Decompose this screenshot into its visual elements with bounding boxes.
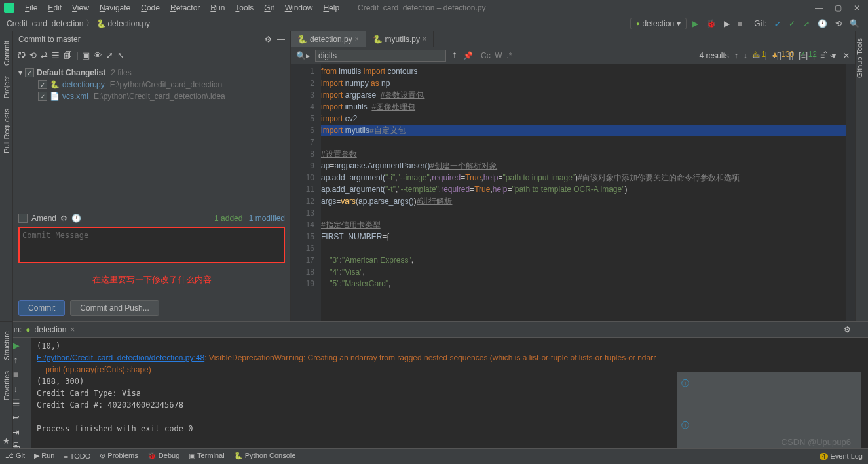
run-config-select[interactable]: detection ▾	[630, 18, 687, 29]
tool-todo[interactable]: ≡ TODO	[64, 452, 90, 460]
minimize-icon[interactable]: —	[815, 3, 823, 12]
git-push-icon[interactable]: ↗	[801, 19, 812, 28]
refresh-icon[interactable]: 🗘	[17, 50, 26, 60]
star-icon[interactable]: ★	[3, 436, 10, 446]
menu-code[interactable]: Code	[136, 3, 165, 12]
menu-help[interactable]: Help	[318, 3, 345, 12]
gear-icon[interactable]: ⚙	[265, 35, 272, 44]
rollback-icon[interactable]: ⟲	[29, 50, 37, 60]
close-find-icon[interactable]: ✕	[843, 51, 850, 60]
code-editor[interactable]: 12345678910111213141516171819 from imuti…	[291, 64, 855, 321]
prev-occurrence-icon[interactable]: ↥	[451, 51, 458, 60]
down-icon[interactable]: ↓	[14, 383, 18, 394]
collapse-icon[interactable]: ⤡	[117, 50, 124, 60]
tool-python-console[interactable]: 🐍 Python Console	[234, 452, 296, 460]
rail-favorites[interactable]: Favorites	[3, 371, 10, 400]
changed-file-row[interactable]: ✓🐍detection.pyE:\python\Credit_card_dete…	[18, 79, 285, 90]
find-input[interactable]	[315, 50, 446, 62]
rail-github-tools[interactable]: Github Tools	[856, 38, 863, 78]
tool-problems[interactable]: ⊘ Problems	[100, 452, 138, 460]
file-checkbox[interactable]: ✓	[38, 92, 47, 101]
up-icon[interactable]: ↑	[14, 355, 18, 365]
menu-window[interactable]: Window	[280, 3, 318, 12]
info-icon: ⓘ	[681, 419, 689, 431]
menu-file[interactable]: File	[20, 3, 43, 12]
rail-commit[interactable]: Commit	[3, 41, 10, 66]
maximize-icon[interactable]: ▢	[835, 3, 842, 12]
pin-icon[interactable]: 📌	[463, 51, 473, 60]
tool-run[interactable]: ▶ Run	[34, 452, 54, 460]
window-title: Credit_card_detection – detection.py	[358, 3, 485, 12]
settings-icon[interactable]: ⚙	[60, 214, 67, 223]
run-button[interactable]: ▶	[690, 19, 700, 28]
breadcrumb-file[interactable]: detection.py	[107, 19, 150, 28]
tool-git[interactable]: ⎇ Git	[5, 452, 25, 460]
history-icon[interactable]: 🕐	[71, 214, 81, 223]
group-icon[interactable]: ▣	[82, 50, 90, 60]
git-commit-icon[interactable]: ✓	[787, 19, 797, 28]
git-update-icon[interactable]: ↙	[772, 19, 783, 28]
stop-button[interactable]: ■	[736, 19, 744, 28]
close-tab-icon[interactable]: ×	[355, 35, 359, 43]
stop-run-icon[interactable]: ■	[13, 369, 18, 379]
shelve-icon[interactable]: 🗐	[64, 50, 72, 60]
inspection-widget[interactable]: ⚠ 1 ▲ 130 ✓ 12 ⌃⌄	[752, 50, 835, 59]
close-tab-icon[interactable]: ×	[423, 35, 426, 43]
notification-github[interactable]: ⓘ Successfully shared project on GitHub …	[677, 414, 861, 448]
tab-myutils-py[interactable]: 🐍myutils.py×	[366, 31, 434, 47]
rerun-icon[interactable]: ▶	[12, 340, 20, 351]
menu-navigate[interactable]: Navigate	[94, 3, 136, 12]
hide-run-icon[interactable]: —	[855, 325, 863, 334]
changed-file-row[interactable]: ✓📄vcs.xmlE:\python\Credit_card_detection…	[18, 90, 285, 102]
file-checkbox[interactable]: ✓	[38, 80, 47, 89]
menu-tools[interactable]: Tools	[230, 3, 259, 12]
menu-refactor[interactable]: Refactor	[165, 3, 205, 12]
menu-view[interactable]: View	[67, 3, 94, 12]
annotation-note: 在这里要写一下修改了什么内容	[13, 265, 290, 295]
debug-button[interactable]: 🐞	[704, 19, 718, 28]
expand-icon[interactable]: ⤢	[106, 50, 113, 60]
changelist-icon[interactable]: ☰	[52, 50, 60, 60]
run-gear-icon[interactable]: ⚙	[844, 325, 851, 334]
file-name: detection.py	[62, 80, 105, 89]
rail-pull-requests[interactable]: Pull Requests	[3, 109, 10, 153]
git-rollback-icon[interactable]: ⟲	[833, 19, 844, 28]
commit-message-input[interactable]: Commit Message	[18, 227, 285, 263]
tool-debug[interactable]: 🐞 Debug	[147, 452, 179, 460]
menu-git[interactable]: Git	[259, 3, 279, 12]
git-history-icon[interactable]: 🕐	[816, 19, 829, 28]
find-prev-icon[interactable]: ↑	[734, 51, 738, 60]
minimap[interactable]	[846, 64, 855, 321]
run-tool-window: Run: ● detection × ⚙ — ▶ ↑ ■ ↓ ☰ ↩ ⇥ 🖶 🗑…	[0, 321, 868, 448]
find-options[interactable]: Cc W .*	[481, 51, 512, 60]
changelist-checkbox[interactable]: ✓	[25, 68, 34, 77]
close-run-tab-icon[interactable]: ×	[70, 325, 75, 334]
event-log[interactable]: 4 Event Log	[820, 452, 863, 460]
python-file-icon: 🐍	[297, 35, 307, 44]
breadcrumb-project[interactable]: Credit_card_detection	[7, 19, 83, 28]
find-icon: 🔍▸	[296, 51, 310, 60]
hide-panel-icon[interactable]: —	[277, 35, 285, 44]
git-label: Git:	[752, 19, 768, 28]
coverage-button[interactable]: ▶	[722, 19, 732, 28]
python-file-icon: 🐍	[96, 19, 106, 28]
commit-and-push-button[interactable]: Commit and Push...	[70, 300, 159, 316]
view-icon[interactable]: 👁	[94, 50, 102, 60]
close-icon[interactable]: ✕	[854, 3, 860, 12]
tool-terminal[interactable]: ▣ Terminal	[189, 452, 224, 460]
diff-icon[interactable]: ⇄	[41, 50, 48, 60]
menu-run[interactable]: Run	[205, 3, 230, 12]
menu-edit[interactable]: Edit	[43, 3, 67, 12]
amend-checkbox[interactable]	[18, 214, 28, 223]
find-next-icon[interactable]: ↓	[744, 51, 747, 60]
tree-expand-icon[interactable]: ▾	[18, 68, 22, 77]
run-output[interactable]: (10,) E:/python/Credit_card_detection/de…	[31, 338, 868, 448]
rail-project[interactable]: Project	[3, 76, 10, 98]
tab-detection-py[interactable]: 🐍detection.py×	[291, 31, 366, 47]
commit-button[interactable]: Commit	[18, 300, 65, 316]
changelist-name[interactable]: Default Changelist	[37, 68, 105, 77]
search-icon[interactable]: 🔍	[848, 19, 861, 28]
rail-structure[interactable]: Structure	[3, 331, 10, 360]
left-tool-rail: Commit Project Pull Requests	[0, 31, 13, 321]
stats-added: 1 added	[214, 214, 242, 223]
